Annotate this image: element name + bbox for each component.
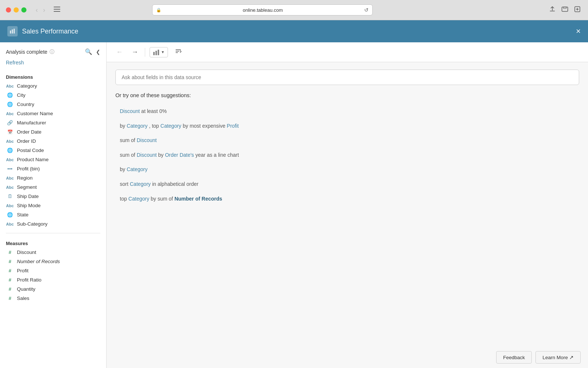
- suggestion-6[interactable]: sort Category in alphabetical order: [115, 177, 579, 192]
- dimension-sub-category[interactable]: Abc Sub-Category: [0, 219, 106, 229]
- dimension-ship-mode[interactable]: Abc Ship Mode: [0, 201, 106, 210]
- forward-viz-button[interactable]: →: [129, 47, 140, 57]
- suggestion-highlight: Category: [130, 181, 151, 187]
- share-button[interactable]: [548, 4, 557, 15]
- abc-icon: Abc: [6, 176, 14, 180]
- status-text: Analysis complete: [6, 49, 47, 55]
- back-button[interactable]: ‹: [34, 6, 40, 15]
- tab-button[interactable]: [560, 4, 570, 15]
- field-label: Segment: [17, 184, 100, 190]
- field-label: Profit (bin): [17, 166, 100, 171]
- forward-button[interactable]: ›: [41, 6, 47, 15]
- suggestion-text: in alphabetical order: [152, 181, 198, 187]
- abc-icon: Abc: [6, 204, 14, 208]
- dimension-category[interactable]: Abc Category: [0, 81, 106, 91]
- suggestion-highlight: Discount: [137, 137, 157, 143]
- dimension-region[interactable]: Abc Region: [0, 173, 106, 183]
- svg-rect-12: [155, 51, 157, 55]
- nav-arrows: ‹ ›: [34, 6, 47, 15]
- svg-rect-9: [12, 29, 13, 33]
- abc-icon: Abc: [6, 158, 14, 162]
- sidebar-collapse-button[interactable]: ❮: [96, 49, 100, 55]
- suggestion-text: by: [120, 123, 127, 129]
- abc-icon: Abc: [6, 222, 14, 226]
- globe-icon: 🌐: [6, 212, 14, 217]
- svg-rect-13: [158, 50, 159, 55]
- dimension-segment[interactable]: Abc Segment: [0, 183, 106, 192]
- close-traffic-light[interactable]: [6, 7, 11, 13]
- dimension-postal-code[interactable]: 🌐 Postal Code: [0, 146, 106, 155]
- dimension-ship-date[interactable]: 🗓 Ship Date: [0, 192, 106, 201]
- suggestion-5[interactable]: by Category: [115, 162, 579, 177]
- svg-rect-10: [14, 29, 15, 33]
- field-label: Profit: [17, 268, 100, 273]
- new-tab-button[interactable]: [573, 4, 582, 15]
- ask-search-input[interactable]: [115, 70, 579, 85]
- right-panel: ← → ▼: [107, 42, 588, 368]
- info-icon[interactable]: ⓘ: [50, 49, 54, 55]
- reload-button[interactable]: ↺: [364, 7, 369, 13]
- app-icon: [7, 26, 18, 36]
- suggestion-4[interactable]: sum of Discount by Order Date's year as …: [115, 148, 579, 163]
- minimize-traffic-light[interactable]: [14, 7, 19, 13]
- learn-more-label: Learn More ↗: [542, 354, 574, 360]
- sidebar: Analysis complete ⓘ 🔍 ❮ Refresh Dimensio…: [0, 42, 107, 368]
- refresh-link[interactable]: Refresh: [0, 60, 106, 71]
- fullscreen-traffic-light[interactable]: [21, 7, 26, 13]
- dimension-city[interactable]: 🌐 City: [0, 91, 106, 100]
- suggestion-highlight: Discount: [120, 108, 140, 114]
- suggestion-1[interactable]: Discount at least 0%: [115, 104, 579, 119]
- hash-icon: #: [6, 250, 14, 255]
- browser-actions: [548, 4, 582, 15]
- suggestion-text: top: [120, 196, 128, 202]
- sidebar-top: Analysis complete ⓘ 🔍 ❮: [0, 48, 106, 60]
- close-button[interactable]: ×: [576, 27, 581, 35]
- url-text: online.tableau.com: [164, 7, 362, 13]
- suggestion-3[interactable]: sum of Discount: [115, 133, 579, 148]
- app-header: Sales Performance ×: [0, 20, 588, 42]
- dimension-order-id[interactable]: Abc Order ID: [0, 137, 106, 146]
- measure-discount[interactable]: # Discount: [0, 248, 106, 257]
- measure-sales[interactable]: # Sales: [0, 294, 106, 303]
- measure-profit-ratio[interactable]: # Profit Ratio: [0, 275, 106, 284]
- toolbar: ← → ▼: [107, 42, 588, 62]
- suggestion-text: year as a line chart: [196, 152, 239, 158]
- viz-type-button[interactable]: ▼: [150, 47, 168, 57]
- feedback-button[interactable]: Feedback: [496, 351, 532, 364]
- field-label: Ship Mode: [17, 203, 100, 208]
- measure-quantity[interactable]: # Quantity: [0, 284, 106, 294]
- main-content: Analysis complete ⓘ 🔍 ❮ Refresh Dimensio…: [0, 42, 588, 368]
- field-label: Region: [17, 175, 100, 181]
- sidebar-toggle-button[interactable]: [51, 5, 62, 15]
- hash-icon: #: [6, 277, 14, 283]
- dimension-product-name[interactable]: Abc Product Name: [0, 155, 106, 164]
- link-icon: 🔗: [6, 120, 14, 125]
- dimension-country[interactable]: 🌐 Country: [0, 100, 106, 109]
- abc-icon: Abc: [6, 139, 14, 144]
- dimension-customer-name[interactable]: Abc Customer Name: [0, 109, 106, 118]
- back-viz-button[interactable]: ←: [114, 47, 125, 57]
- traffic-lights: [6, 7, 26, 13]
- viz-type-chevron: ▼: [161, 50, 165, 54]
- suggestion-text: by: [120, 166, 127, 172]
- suggestion-highlight: Order Date's: [165, 152, 194, 158]
- address-bar: 🔒 online.tableau.com ↺: [152, 4, 373, 15]
- globe-icon: 🌐: [6, 148, 14, 153]
- dimension-state[interactable]: 🌐 State: [0, 210, 106, 219]
- dimension-order-date[interactable]: 📅 Order Date: [0, 127, 106, 137]
- measure-profit[interactable]: # Profit: [0, 266, 106, 275]
- learn-more-button[interactable]: Learn More ↗: [535, 351, 581, 364]
- sort-button[interactable]: [172, 46, 184, 58]
- field-label: Product Name: [17, 157, 100, 162]
- dimension-profit-bin[interactable]: ▪▪▪ Profit (bin): [0, 164, 106, 173]
- suggestion-2[interactable]: by Category , top Category by most expen…: [115, 119, 579, 134]
- suggestion-7[interactable]: top Category by sum of Number of Records: [115, 192, 579, 206]
- sidebar-search-button[interactable]: 🔍: [85, 48, 92, 55]
- suggestion-highlight: Category: [128, 196, 149, 202]
- measures-header: Measures: [0, 238, 106, 248]
- suggestion-highlight: Category: [161, 123, 182, 129]
- measure-number-of-records[interactable]: # Number of Records: [0, 257, 106, 266]
- svg-rect-3: [562, 7, 568, 11]
- suggestion-highlight: Category: [127, 123, 148, 129]
- dimension-manufacturer[interactable]: 🔗 Manufacturer: [0, 118, 106, 127]
